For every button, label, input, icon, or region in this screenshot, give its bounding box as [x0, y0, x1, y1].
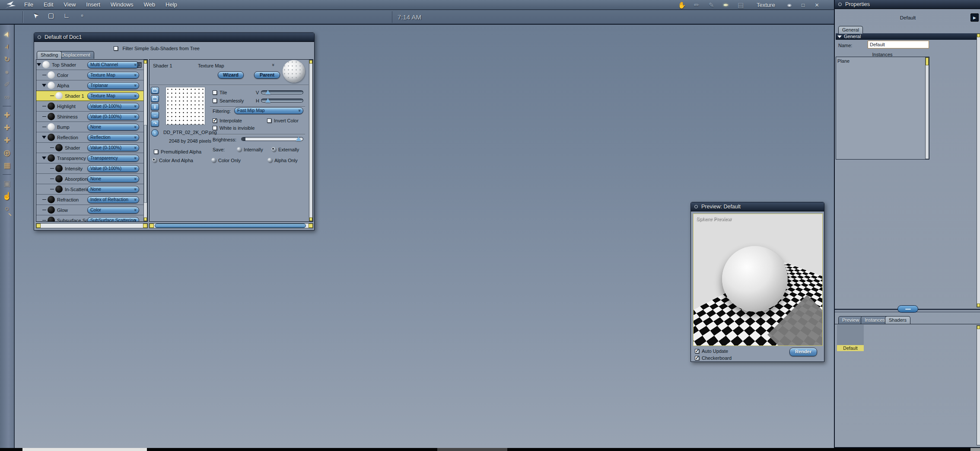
rect-handles-icon[interactable]: ▢ [47, 12, 55, 19]
channel-type-dropdown[interactable]: Transparency» [87, 155, 139, 162]
shader-tree-row-transparency[interactable]: TransparencyTransparency» [36, 153, 147, 163]
h-slider[interactable] [261, 99, 303, 102]
hand-icon[interactable]: ☝ [0, 190, 14, 202]
instance-item[interactable]: Plane [837, 58, 850, 64]
shader-nav-arrow-button[interactable]: ▶ [970, 13, 979, 22]
tab-general[interactable]: General [838, 26, 863, 34]
name-field[interactable]: Default [868, 41, 929, 48]
close-icon[interactable]: ✕ [813, 2, 821, 8]
interpolate-checkbox[interactable] [213, 118, 217, 123]
move-x-icon[interactable]: ✚ [0, 134, 14, 147]
tab-preview[interactable]: Preview [838, 316, 863, 324]
save-externally-radio[interactable] [271, 147, 276, 152]
render-preview-image[interactable]: Sphere Preview [693, 214, 823, 346]
premultiplied-alpha-checkbox[interactable] [154, 150, 158, 154]
channel-type-dropdown[interactable]: Value (0-100%)» [87, 165, 139, 172]
shader-tree-row-highlight[interactable]: HighlightValue (0-100%)» [36, 101, 147, 112]
select-arrow-icon[interactable]: ➤ [0, 28, 14, 41]
detail-scrollbar[interactable] [309, 60, 313, 221]
save-internally-radio[interactable] [237, 147, 242, 152]
filter-subshaders-checkbox[interactable] [114, 46, 118, 51]
splitter-handle[interactable] [897, 305, 918, 313]
open-file-button[interactable] [151, 87, 159, 94]
menu-item-insert[interactable]: Insert [86, 1, 100, 8]
zoom-icon[interactable]: ○ [0, 202, 14, 215]
maximize-icon[interactable]: □ [799, 2, 807, 8]
channel-type-dropdown[interactable]: Value (0-100%)» [87, 144, 139, 151]
direct-select-arrow-icon[interactable]: ➢ [0, 41, 14, 53]
camera-icon[interactable]: ▣ [0, 177, 14, 190]
shader-item-label[interactable]: Default [837, 345, 864, 351]
shader-tree-row-top-shader[interactable]: Top ShaderMulti Channel» [36, 60, 147, 70]
tab-displacement[interactable]: Displacement [57, 51, 94, 59]
channel-type-dropdown[interactable]: Texture Map» [87, 93, 139, 99]
move-all-icon[interactable]: ⊕ [0, 147, 14, 159]
rotate-icon[interactable]: ↻ [0, 53, 14, 66]
color-and-alpha-radio[interactable] [152, 158, 157, 163]
channel-type-dropdown[interactable]: Reflection» [87, 134, 139, 141]
auto-update-checkbox[interactable] [695, 349, 699, 353]
shader-tree-row-alpha[interactable]: AlphaTriplanar» [36, 80, 147, 91]
rotate-image-button[interactable]: ↷ [151, 120, 159, 127]
windowshade-button[interactable] [694, 205, 698, 208]
plane-grid-icon[interactable]: ▦ [0, 159, 14, 172]
shader-tree-row-reflection[interactable]: ReflectionReflection» [36, 132, 147, 143]
wizard-button[interactable]: Wizard [218, 71, 244, 79]
instances-scrollbar[interactable] [925, 57, 929, 159]
shader-tree-row-absorption[interactable]: AbsorptionNone» [36, 174, 147, 184]
channel-type-dropdown[interactable]: SubSurface Scattering» [87, 217, 139, 222]
shader-tree-row-shader[interactable]: ShaderValue (0-100%)» [36, 143, 147, 153]
shaders-list-scrollbar[interactable] [977, 325, 980, 445]
type-chevron-icon[interactable]: » [271, 64, 276, 66]
pen-icon[interactable]: ✎ [706, 1, 717, 9]
menu-item-web[interactable]: Web [144, 1, 156, 8]
open-recent-button[interactable] [151, 95, 159, 102]
detail-shader-type[interactable]: Texture Map [198, 63, 224, 68]
menu-item-view[interactable]: View [64, 1, 76, 8]
channel-type-dropdown[interactable]: None» [87, 124, 139, 131]
texture-thumbnail[interactable] [165, 87, 205, 125]
shader-window-titlebar[interactable]: Default of Doc1 [34, 33, 314, 42]
tile-checkbox[interactable] [213, 90, 217, 95]
flip-vertical-button[interactable]: ⇕ [151, 103, 159, 110]
path-corner-icon[interactable]: ∟ [62, 12, 71, 19]
eye-icon[interactable]: ◉ [786, 2, 793, 8]
move-xy-icon[interactable]: ✚ [0, 109, 14, 122]
channel-type-dropdown[interactable]: None» [87, 186, 139, 193]
checkerboard-checkbox[interactable] [695, 356, 699, 360]
taskbar-window-segment[interactable] [22, 448, 147, 451]
tree-hscrollbar[interactable] [36, 223, 148, 228]
selection-arrow-icon[interactable]: ➤ [31, 12, 40, 19]
color-only-radio[interactable] [211, 158, 216, 163]
menu-item-windows[interactable]: Windows [111, 1, 134, 8]
shader-tree-row-in-scattering[interactable]: In-ScatteringNone» [36, 184, 147, 195]
channel-type-dropdown[interactable]: Value (0-100%)» [87, 113, 139, 120]
preview-window-titlebar[interactable]: Preview: Default [691, 202, 824, 211]
pan-hand-icon[interactable]: ✋ [676, 1, 687, 9]
invert-color-checkbox[interactable] [267, 118, 271, 123]
taskbar-dock-segment[interactable] [437, 448, 507, 451]
quill-icon[interactable]: ✒ [720, 1, 732, 9]
alpha-only-radio[interactable] [267, 158, 272, 163]
properties-scrollbar[interactable] [977, 33, 980, 307]
shader-tree-row-refraction[interactable]: RefractionIndex of Refraction» [36, 195, 147, 205]
channel-type-dropdown[interactable]: Multi Channel» [87, 61, 139, 68]
shader-tree-row-intensity[interactable]: IntensityValue (0-100%)» [36, 163, 147, 174]
menu-item-file[interactable]: File [24, 1, 33, 8]
windowshade-button[interactable] [38, 35, 41, 39]
tab-shaders[interactable]: Shaders [885, 316, 910, 324]
tab-shading[interactable]: Shading [37, 51, 62, 59]
menu-item-help[interactable]: Help [165, 1, 177, 8]
flip-horizontal-button[interactable]: ⇔ [151, 112, 159, 118]
move-y-icon[interactable]: ✚ [0, 122, 14, 134]
channel-type-dropdown[interactable]: Index of Refraction» [87, 196, 139, 203]
channel-type-dropdown[interactable]: Color» [87, 207, 139, 214]
expander-triangle-icon[interactable] [42, 84, 46, 87]
properties-titlebar[interactable]: Properties [835, 0, 980, 9]
white-invisible-checkbox[interactable] [213, 126, 217, 130]
detail-hscrollbar[interactable] [149, 223, 313, 228]
shader-tree-row-subsurface-sc[interactable]: Subsurface ScSubSurface Scattering» [36, 215, 147, 222]
brush-icon[interactable]: ✏ [691, 1, 702, 9]
shader-tree-row-shininess[interactable]: ShininessValue (0-100%)» [36, 112, 147, 122]
shader-tree-row-glow[interactable]: GlowColor» [36, 205, 147, 215]
